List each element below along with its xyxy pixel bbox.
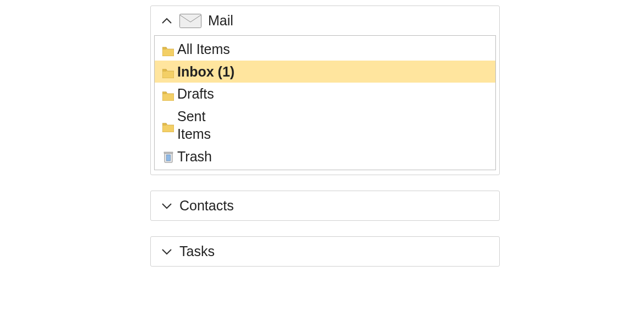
folder-label: Trash — [177, 148, 492, 166]
chevron-up-icon — [161, 15, 173, 27]
folder-icon — [162, 42, 174, 56]
mail-panel: Mail All Items Inb — [150, 6, 500, 175]
svg-rect-1 — [162, 47, 166, 49]
folder-trash[interactable]: Trash — [155, 145, 495, 168]
folder-sent-items[interactable]: Sent Items — [155, 105, 495, 145]
contacts-panel-header[interactable]: Contacts — [151, 191, 499, 220]
folder-label: All Items — [177, 40, 492, 58]
svg-rect-3 — [162, 92, 166, 94]
folder-label: Inbox (1) — [177, 63, 492, 81]
svg-rect-6 — [164, 152, 173, 154]
chevron-down-icon — [161, 246, 173, 258]
mail-folder-list: All Items Inbox (1) Dr — [154, 35, 496, 170]
tasks-panel-title: Tasks — [179, 243, 215, 259]
svg-rect-2 — [162, 69, 166, 71]
contacts-panel: Contacts — [150, 191, 500, 221]
folder-drafts[interactable]: Drafts — [155, 83, 495, 105]
folder-label: Sent Items — [177, 107, 221, 143]
folder-all-items[interactable]: All Items — [155, 38, 495, 61]
tasks-panel-header[interactable]: Tasks — [151, 237, 499, 266]
envelope-icon — [179, 14, 201, 28]
mail-panel-header[interactable]: Mail — [151, 6, 499, 35]
contacts-panel-title: Contacts — [179, 198, 234, 214]
svg-rect-0 — [180, 14, 201, 28]
folder-label: Drafts — [177, 85, 492, 103]
tasks-panel: Tasks — [150, 236, 500, 267]
trash-icon — [162, 149, 174, 163]
svg-rect-7 — [166, 155, 170, 161]
folder-icon — [162, 118, 174, 132]
folder-icon — [162, 64, 174, 78]
folder-inbox[interactable]: Inbox (1) — [155, 61, 495, 83]
chevron-down-icon — [161, 200, 173, 212]
svg-rect-4 — [162, 123, 166, 125]
mail-panel-title: Mail — [208, 13, 233, 29]
folder-icon — [162, 87, 174, 101]
